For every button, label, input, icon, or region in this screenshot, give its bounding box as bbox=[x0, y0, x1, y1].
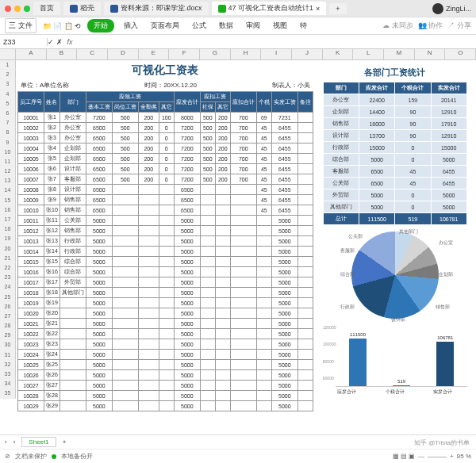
bar-chart: 1200001000008000060000 111500 519 106781 bbox=[323, 325, 467, 387]
sheet-next[interactable]: › bbox=[13, 438, 16, 446]
bottom-bar: ‹ › Sheet1 + bbox=[0, 434, 476, 449]
table-row[interactable]: 10018张18其他部门500050005000 bbox=[18, 288, 313, 298]
table-row[interactable]: 10015张15综合部500050005000 bbox=[18, 257, 313, 267]
daoke-icon bbox=[70, 5, 78, 13]
table-row[interactable]: 10002张2办公室650050020007200500200700456455 bbox=[18, 123, 313, 133]
table-row[interactable]: 10005张5企划部650050020007200500200700456455 bbox=[18, 154, 313, 164]
dept-row[interactable]: 综合部500005000 bbox=[323, 154, 466, 166]
tab-home[interactable]: 首页 bbox=[33, 2, 60, 15]
info-row: 单位：A单位名称时间：20XX.12.20制表人：小美 bbox=[17, 79, 313, 91]
row-headers: 1234567891011121314151617181920212223242… bbox=[0, 60, 16, 413]
tab-daoke[interactable]: 稻壳 bbox=[63, 2, 101, 15]
share-btn[interactable]: ↗ 分享 bbox=[447, 21, 471, 31]
add-sheet[interactable]: + bbox=[63, 438, 67, 446]
tab-active[interactable]: 47 可视化工资表自动统计1 × bbox=[212, 2, 327, 15]
fx-icon[interactable]: ✓ ✗ bbox=[48, 38, 63, 46]
menu-insert[interactable]: 插入 bbox=[121, 19, 141, 33]
sheet-icon bbox=[218, 5, 226, 13]
titlebar: 首页 稻壳 资料来源：即课学堂.docx 47 可视化工资表自动统计1 × + … bbox=[0, 0, 476, 17]
salary-table[interactable]: 员工序号姓名部门 应领工资应发合计 应扣工资应扣合计 个税实发工资备注 基本工资… bbox=[17, 91, 313, 411]
table-row[interactable]: 10004张4企划部650050020007200500200700456455 bbox=[18, 143, 313, 154]
collab-btn[interactable]: 👥 协作 bbox=[418, 21, 443, 31]
cell-ref[interactable]: Z33 bbox=[0, 38, 48, 46]
menu-start[interactable]: 开始 bbox=[87, 19, 114, 33]
page-title: 可视化工资表 bbox=[17, 62, 313, 79]
min-dot[interactable] bbox=[14, 6, 21, 12]
dept-row[interactable]: 外贸部500005000 bbox=[323, 189, 466, 201]
col-headers: ABCDEFGHIJKLMNO bbox=[0, 49, 476, 60]
side-title: 各部门工资统计 bbox=[323, 63, 467, 82]
table-row[interactable]: 10024张24500050005000 bbox=[18, 350, 313, 360]
sheet-tab[interactable]: Sheet1 bbox=[21, 437, 56, 447]
menu-review[interactable]: 审阅 bbox=[243, 19, 263, 33]
table-row[interactable]: 10012张12销售部500050005000 bbox=[18, 226, 313, 236]
table-row[interactable]: 10020张20500050005000 bbox=[18, 308, 313, 319]
sheet-prev[interactable]: ‹ bbox=[5, 438, 7, 446]
table-row[interactable]: 10017张17外贸部500050005000 bbox=[18, 277, 313, 288]
dept-row[interactable]: 行政部15000015000 bbox=[323, 142, 466, 154]
dept-row[interactable]: 客服部6500456455 bbox=[323, 166, 466, 178]
table-row[interactable]: 10027张27500050005000 bbox=[18, 381, 313, 391]
dept-row[interactable]: 办公室2240015920141 bbox=[323, 94, 466, 106]
table-row[interactable]: 10014张14行政部500050005000 bbox=[18, 247, 313, 257]
user-area[interactable]: ZingLi... bbox=[432, 3, 471, 14]
menu-layout[interactable]: 页面布局 bbox=[148, 19, 182, 33]
dept-row[interactable]: 企划部144009012910 bbox=[323, 106, 466, 118]
source-link: 知乎 @Trista的书单 bbox=[414, 438, 470, 447]
menubar: 三 文件 📁 📄 📋 ⟲ 开始 插入 页面布局 公式 数据 审阅 视图 特 ☁ … bbox=[0, 17, 476, 35]
tab-doc[interactable]: 资料来源：即课学堂.docx bbox=[104, 2, 209, 15]
close-dot[interactable] bbox=[5, 6, 11, 12]
table-row[interactable]: 10025张25500050005000 bbox=[18, 360, 313, 370]
view-icons[interactable]: ▦ ▤ ▣ bbox=[393, 453, 415, 460]
table-row[interactable]: 10010张10销售部65006500456455 bbox=[18, 205, 313, 216]
formula-input[interactable] bbox=[78, 38, 476, 46]
table-row[interactable]: 10026张26500050005000 bbox=[18, 370, 313, 381]
table-row[interactable]: 10007张7客服部650050020007200500200700456455 bbox=[18, 174, 313, 185]
table-row[interactable]: 10016张16综合部500050005000 bbox=[18, 267, 313, 277]
zoom-controls[interactable]: ▦ ▤ ▣ ————+ 85 % bbox=[393, 453, 471, 460]
dept-row[interactable]: 其他部门500005000 bbox=[323, 201, 466, 213]
table-row[interactable]: 10019张19500050005000 bbox=[18, 298, 313, 308]
dept-row[interactable]: 销售部180009017910 bbox=[323, 118, 466, 130]
avatar bbox=[432, 3, 443, 14]
table-row[interactable]: 10001张1办公室720050020010080005002007006972… bbox=[18, 113, 313, 123]
table-row[interactable]: 10022张22500050005000 bbox=[18, 329, 313, 339]
fx-label: fx bbox=[63, 38, 78, 46]
table-row[interactable]: 10023张23500050005000 bbox=[18, 339, 313, 350]
dept-table[interactable]: 部门应发合计个税合计实发合计 办公室2240015920141企划部144009… bbox=[323, 82, 467, 225]
toolbar-icons[interactable]: 📁 📄 📋 ⟲ bbox=[43, 22, 82, 30]
menu-view[interactable]: 视图 bbox=[270, 19, 290, 33]
menu-formula[interactable]: 公式 bbox=[189, 19, 209, 33]
dept-row[interactable]: 设计部137009012910 bbox=[323, 130, 466, 142]
table-row[interactable]: 10003张3办公室650050020007200500200700456455 bbox=[18, 133, 313, 143]
sync-status[interactable]: ☁ 未同步 bbox=[382, 21, 413, 31]
menu-file[interactable]: 三 文件 bbox=[5, 18, 36, 33]
word-icon bbox=[110, 5, 118, 13]
max-dot[interactable] bbox=[24, 6, 30, 12]
table-row[interactable]: 10028张28500050005000 bbox=[18, 391, 313, 401]
menu-data[interactable]: 数据 bbox=[216, 19, 236, 33]
table-row[interactable]: 10011张11公关部500050005000 bbox=[18, 216, 313, 226]
formula-bar: Z33 ✓ ✗ fx bbox=[0, 35, 476, 49]
menu-special[interactable]: 特 bbox=[297, 19, 310, 33]
table-row[interactable]: 10021张21500050005000 bbox=[18, 319, 313, 329]
grid-content[interactable]: ABCDEFGHIJKLMNO 123456789101112131415161… bbox=[0, 49, 476, 434]
table-row[interactable]: 10013张13行政部500050005000 bbox=[18, 236, 313, 247]
tab-plus[interactable]: + bbox=[329, 3, 346, 14]
pie-chart: 其他部门 办公室 企划部 销售部 设计部 行政部 综合部 客服部 公关部 bbox=[351, 232, 439, 319]
dept-total: 总计111500519106781 bbox=[323, 213, 466, 225]
dept-row[interactable]: 公关部6500456455 bbox=[323, 178, 466, 189]
table-row[interactable]: 10006张6设计部650050020007200500200700456455 bbox=[18, 164, 313, 174]
close-tab-icon[interactable]: × bbox=[316, 5, 320, 13]
table-row[interactable]: 10009张9销售部65006500456455 bbox=[18, 195, 313, 205]
table-row[interactable]: 10008张8设计部65006500456455 bbox=[18, 185, 313, 195]
window-controls bbox=[5, 6, 30, 12]
table-row[interactable]: 10029张29500050005000 bbox=[18, 401, 313, 411]
